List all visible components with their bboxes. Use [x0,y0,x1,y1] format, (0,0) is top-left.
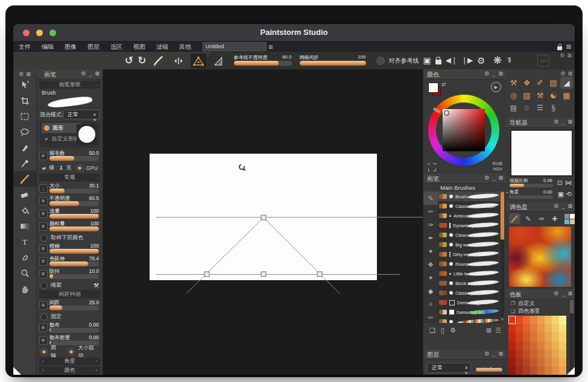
snap-indicator[interactable] [376,57,385,65]
slider-track[interactable] [49,328,99,333]
layers-shortcut-icon[interactable]: ▤ [547,77,560,89]
sample-under-layer-radio[interactable] [40,234,48,242]
mini-swatch[interactable] [564,214,569,219]
hue-wheel[interactable] [428,95,499,166]
fixed-row[interactable]: 固定 [40,313,99,321]
color-mode-labels[interactable]: RGBHSV [493,161,502,172]
color-play-button[interactable]: ▶ [491,82,501,92]
swatch-scroll-thumb[interactable] [570,300,574,313]
slider-track[interactable] [49,249,99,254]
collapsed-section-颜色[interactable]: +颜色+ [39,366,100,374]
swatch-cell[interactable] [559,366,566,375]
move-tool[interactable] [13,77,36,93]
swatch-cell[interactable] [537,333,545,341]
mini-swatch[interactable] [564,219,569,224]
swatch-cell[interactable] [516,366,523,375]
swatch-cell[interactable] [559,358,566,366]
saturation-value-square[interactable] [443,109,485,151]
swatch-cell[interactable] [545,316,552,324]
brush-panel-gear-icon[interactable]: ⚙ [81,70,86,77]
swatch-cell[interactable] [552,316,559,324]
slider-大小[interactable]: ↓大小30.1 [39,183,100,195]
brush-category-icon[interactable]: ❖ [423,258,438,271]
section-general[interactable]: -常规- [39,174,100,181]
canvas-area[interactable] [103,69,423,375]
menu-item-滤镜[interactable]: 滤镜 [151,43,174,51]
swatch-cell[interactable] [537,358,545,366]
slider-不透明度[interactable]: 不透明度60.5 [39,195,100,207]
lasso-tool[interactable] [13,124,36,140]
toolbar-lock-icon[interactable] [435,60,441,64]
slider-track[interactable] [49,201,99,206]
ribbon-icon[interactable]: § [547,102,560,114]
swatch-cell[interactable] [559,349,566,358]
brush-panel-minimize-icon[interactable]: _ [89,70,92,77]
rope-radio[interactable] [40,282,48,289]
document-tab-close-icon[interactable]: ⊠ [268,44,273,50]
brush-panel-close-icon[interactable]: ⊠ [95,70,100,77]
slider-toggle[interactable] [39,222,48,231]
frame-mode-icon[interactable]: ▣ [423,52,431,69]
slider-toggle[interactable] [39,270,48,278]
bristles-slider[interactable]: 鬃毛数 50.0 [39,150,100,162]
crop-tool[interactable] [13,93,36,108]
swatch-cell[interactable] [530,358,537,366]
menu-item-选区[interactable]: 选区 [105,43,128,51]
hammer-icon[interactable]: ⚒ [534,89,546,101]
slider-toggle[interactable] [39,197,48,205]
swatch-cell[interactable] [537,324,545,333]
section-spacing-jitter[interactable]: -间距抖动- [39,290,100,298]
toolbar-close-icon[interactable]: ⊠ [567,52,572,58]
menu-item-图层[interactable]: 图层 [82,43,105,51]
brush-item[interactable]: Demo 3d grass [438,298,500,307]
toolstrip-gear-icon[interactable]: ⚙ [19,71,24,77]
menu-item-文件[interactable]: 文件 [13,43,36,51]
brush-item[interactable]: Dirty impasto [438,249,500,259]
swatch-cell[interactable] [545,349,552,358]
mini-swatch[interactable] [570,214,575,219]
grid-view-icon[interactable]: ⊞ [486,327,492,334]
swatch-cell[interactable] [545,333,552,341]
toolbar-gear-icon[interactable]: ⚙ [560,52,564,58]
brush-item[interactable]: Big watercolor [438,240,500,249]
swatch-cell[interactable] [552,349,559,358]
undo-icon[interactable]: ↺ [125,52,133,69]
brush-item[interactable]: Block brush [438,278,500,288]
swatch-cell[interactable] [530,324,537,333]
brush-category-icon[interactable]: ◆ [423,284,438,298]
slider-色延伸[interactable]: 色延伸78.4 [39,255,100,268]
swatch-cell[interactable] [523,333,530,341]
palette-gear-icon[interactable]: ⚙ [554,203,558,209]
swatch-cell[interactable] [537,366,545,375]
spacing-slider[interactable]: 间距 25.0 [39,299,100,312]
brush-item[interactable]: Classic blend brush [438,201,500,211]
blend-mode-dropdown[interactable]: 正常▲▼ [63,110,100,119]
title-bar[interactable]: Paintstorm Studio [13,24,575,42]
swatch-cell[interactable] [559,333,566,341]
swatch-cell[interactable] [508,324,516,333]
settings-gear-icon[interactable]: ⚙ [477,52,485,69]
color-panel-gear-icon[interactable]: ⚙ [484,70,489,77]
swatch-cell[interactable] [508,366,516,375]
brush-item[interactable]: Clean art [438,230,500,240]
rail-close-icon[interactable]: ⊠ [567,70,572,77]
prev-frame-icon[interactable]: ◀❘ [446,52,457,69]
palette-icon[interactable]: ☯ [547,89,560,101]
slider-track[interactable] [49,340,99,345]
brush-item[interactable]: Demo fast BG [438,307,500,317]
guide-opacity-slider[interactable]: 参考线不透明度 80.0 [234,54,292,67]
swatch-cell[interactable] [537,316,545,324]
palette-mini-swatches[interactable] [564,214,575,224]
swatches-gear-icon[interactable]: ⚙ [554,290,558,296]
layer-opacity-slider[interactable]: 不透明度 100 [476,362,502,373]
two-axes-radio[interactable] [40,348,48,355]
swatch-cell[interactable] [545,324,552,333]
symmetry-icon[interactable]: ❋ [493,52,502,69]
slider-toggle[interactable] [39,245,48,253]
eraser-tool[interactable] [13,187,36,202]
swatch-folder-自定义[interactable]: ❐自定义 [506,299,575,307]
gpu-radio[interactable] [76,164,83,172]
color-ring-icon[interactable]: ◎ [507,89,520,101]
flip-view-icon[interactable] [171,54,186,68]
swatch-cell[interactable] [516,316,523,324]
